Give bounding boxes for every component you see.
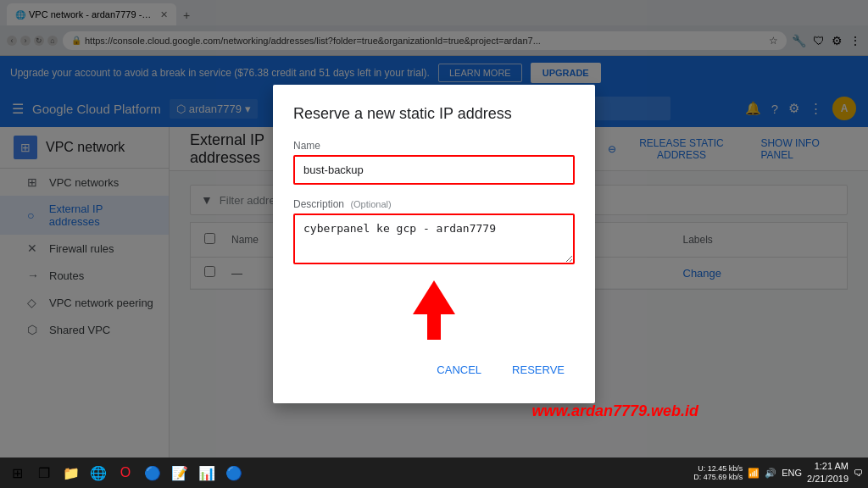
description-form-group: Description (Optional) cyberpanel ke gcp… [293, 198, 575, 267]
arrow-stem [427, 314, 441, 340]
optional-label: (Optional) [350, 199, 391, 209]
taskbar: ⊞ ❐ 📁 🌐 O 🔵 📝 📊 🔵 U: 12.45 kb/s D: 475.6… [0, 458, 868, 488]
description-label: Description (Optional) [293, 198, 575, 210]
app4-taskbar[interactable]: 🔵 [222, 461, 246, 485]
cancel-button[interactable]: CANCEL [426, 357, 492, 383]
app1-taskbar[interactable]: 🔵 [141, 461, 164, 485]
arrow-up-shape [413, 280, 455, 314]
name-form-group: Name [293, 140, 575, 185]
network-stats: U: 12.45 kb/s D: 475.69 kb/s [693, 464, 743, 481]
app2-taskbar[interactable]: 📝 [168, 461, 192, 485]
chrome-taskbar[interactable]: 🌐 [86, 461, 110, 485]
task-view-button[interactable]: ❐ [32, 461, 56, 485]
action-center-icon[interactable]: 🗨 [854, 468, 863, 478]
annotation-container [293, 280, 575, 340]
clock-date: 2/21/2019 [807, 473, 849, 485]
description-input[interactable]: cyberpanel ke gcp - ardan7779 [293, 214, 575, 264]
taskbar-clock: 1:21 AM 2/21/2019 [807, 460, 849, 486]
dialog-title: Reserve a new static IP address [293, 105, 575, 123]
arrow-annotation [293, 280, 575, 340]
file-explorer-taskbar[interactable]: 📁 [59, 461, 83, 485]
clock-time: 1:21 AM [807, 460, 849, 473]
reserve-button[interactable]: RESERVE [502, 357, 575, 383]
start-button[interactable]: ⊞ [5, 461, 29, 485]
sound-icon: 🔊 [765, 468, 776, 479]
dialog-overlay: Reserve a new static IP address Name Des… [0, 0, 868, 488]
app3-taskbar[interactable]: 📊 [195, 461, 219, 485]
dialog-actions: CANCEL RESERVE [293, 357, 575, 383]
name-input[interactable] [293, 155, 575, 185]
opera-taskbar[interactable]: O [114, 461, 137, 485]
reserve-ip-dialog: Reserve a new static IP address Name Des… [273, 85, 595, 403]
lang-indicator: ENG [782, 468, 802, 478]
name-label: Name [293, 140, 575, 152]
network-icon: 📶 [748, 468, 760, 479]
taskbar-right: U: 12.45 kb/s D: 475.69 kb/s 📶 🔊 ENG 1:2… [693, 460, 863, 486]
